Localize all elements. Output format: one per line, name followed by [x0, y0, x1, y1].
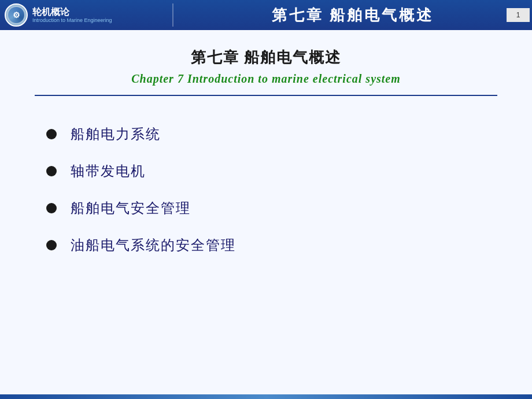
logo-icon: ⚙ — [5, 3, 28, 27]
chapter-prefix: Chapter 7 — [131, 72, 184, 85]
list-item: 油船电气系统的安全管理 — [46, 236, 486, 254]
bullet-dot-icon — [46, 203, 57, 213]
chapter-body: Introduction to marine electrical system — [184, 72, 401, 85]
bullet-text: 船舶电气安全管理 — [71, 199, 191, 217]
chapter-title-section: 第七章 船舶电气概述 Chapter 7 Introduction to mar… — [35, 47, 497, 96]
logo-title-cn: 轮机概论 — [32, 6, 112, 17]
gear-icon: ⚙ — [13, 10, 20, 20]
bullet-dot-icon — [46, 240, 57, 250]
list-item: 船舶电力系统 — [46, 125, 486, 143]
footer-bar — [0, 394, 532, 399]
list-item: 船舶电气安全管理 — [46, 199, 486, 217]
main-content: 第七章 船舶电气概述 Chapter 7 Introduction to mar… — [0, 30, 532, 399]
bullet-text: 船舶电力系统 — [71, 125, 161, 143]
bullet-text: 油船电气系统的安全管理 — [71, 236, 236, 254]
header: ⚙ 轮机概论 Introduction to Marine Engineerin… — [0, 0, 532, 30]
logo-title-en: Introduction to Marine Engineering — [32, 17, 112, 24]
bullet-dot-icon — [46, 129, 57, 139]
bullet-dot-icon — [46, 166, 57, 176]
bullet-list: 船舶电力系统轴带发电机船舶电气安全管理油船电气系统的安全管理 — [35, 125, 497, 273]
list-item: 轴带发电机 — [46, 162, 486, 180]
chapter-title-en: Chapter 7 Introduction to marine electri… — [35, 72, 497, 86]
logo-text: 轮机概论 Introduction to Marine Engineering — [32, 6, 112, 24]
bullet-text: 轴带发电机 — [71, 162, 146, 180]
logo-area: ⚙ 轮机概论 Introduction to Marine Engineerin… — [0, 3, 173, 27]
chapter-title-cn: 第七章 船舶电气概述 — [35, 47, 497, 68]
page-number: 1 — [507, 8, 530, 22]
header-title: 第七章 船舶电气概述 — [173, 5, 532, 25]
